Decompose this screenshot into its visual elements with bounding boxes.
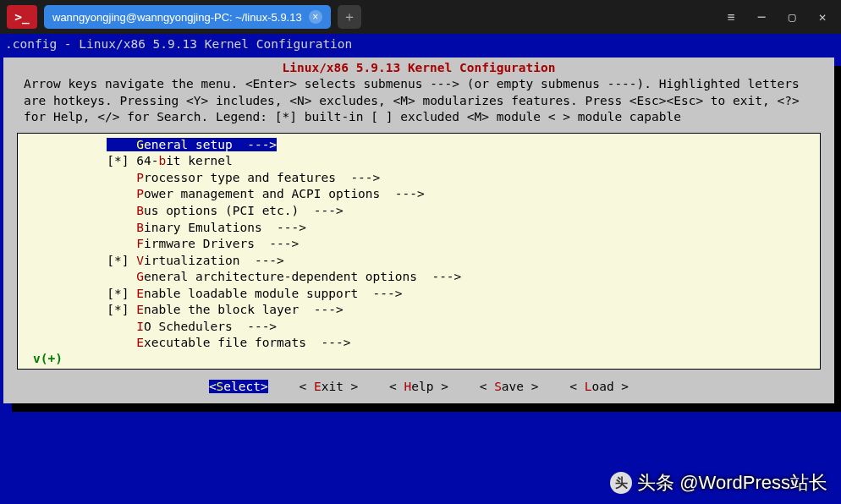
load-button[interactable]: < Load > <box>569 380 629 393</box>
save-button[interactable]: < Save > <box>480 380 539 393</box>
menu-item[interactable]: [*] Enable loadable module support ---> <box>18 286 820 303</box>
menu-item[interactable]: [*] 64-bit kernel <box>18 153 820 170</box>
watermark-icon: 头 <box>610 472 632 494</box>
more-indicator: v(+) <box>18 352 820 365</box>
menu-item[interactable]: Executable file formats ---> <box>18 335 820 352</box>
menu-item[interactable]: [*] Virtualization ---> <box>18 253 820 270</box>
menu-item[interactable]: General setup ---> <box>18 137 820 154</box>
terminal-app-icon: >_ <box>7 5 37 29</box>
watermark: 头 头条 @WordPress站长 <box>610 470 827 496</box>
exit-button[interactable]: < Exit > <box>299 380 358 393</box>
menu-item[interactable]: [*] Enable the block layer ---> <box>18 302 820 319</box>
menu-list: General setup ---> [*] 64-bit kernel Pro… <box>17 133 821 370</box>
tab-close-icon[interactable]: × <box>309 10 322 24</box>
menu-item[interactable]: Binary Emulations ---> <box>18 220 820 237</box>
close-icon[interactable]: ✕ <box>811 5 834 29</box>
menu-item[interactable]: Processor type and features ---> <box>18 170 820 187</box>
menu-item[interactable]: General architecture-dependent options -… <box>18 269 820 286</box>
select-button[interactable]: <Select> <box>209 380 268 393</box>
panel-title: Linux/x86 5.9.13 Kernel Configuration <box>10 61 827 74</box>
maximize-icon[interactable]: ▢ <box>780 5 804 29</box>
minimize-icon[interactable]: ─ <box>750 5 773 29</box>
help-button[interactable]: < Help > <box>389 380 448 393</box>
menu-item[interactable]: Firmware Drivers ---> <box>18 236 820 253</box>
terminal-area: .config - Linux/x86 5.9.13 Kernel Config… <box>0 34 841 504</box>
menu-item[interactable]: Bus options (PCI etc.) ---> <box>18 203 820 220</box>
help-text: Arrow keys navigate the menu. <Enter> se… <box>10 76 827 129</box>
new-tab-button[interactable]: ＋ <box>338 5 361 29</box>
terminal-tab[interactable]: wanngyongjing@wanngyongjing-PC: ~/linux-… <box>44 5 331 29</box>
menu-item[interactable]: Power management and ACPI options ---> <box>18 186 820 203</box>
config-title-line: .config - Linux/x86 5.9.13 Kernel Config… <box>3 36 838 52</box>
window-titlebar: >_ wanngyongjing@wanngyongjing-PC: ~/lin… <box>0 0 841 34</box>
button-row: <Select> < Exit > < Help > < Save > < Lo… <box>10 376 827 397</box>
menu-item[interactable]: IO Schedulers ---> <box>18 319 820 336</box>
hamburger-menu-icon[interactable]: ≡ <box>719 5 743 29</box>
tab-title: wanngyongjing@wanngyongjing-PC: ~/linux-… <box>52 11 302 24</box>
menuconfig-panel: Linux/x86 5.9.13 Kernel Configuration Ar… <box>3 58 834 403</box>
